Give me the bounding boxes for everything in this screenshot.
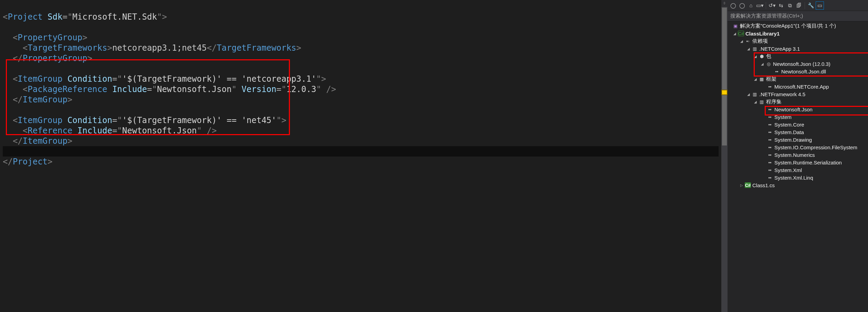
properties-icon[interactable]: 🔧 <box>807 1 815 10</box>
angle-open: < <box>3 12 8 22</box>
expand-arrow-icon[interactable]: ◢ <box>753 99 758 104</box>
assembly-icon: ▪▪ <box>767 84 773 89</box>
code-editor-pane[interactable]: <Project Sdk="Microsoft.NET.Sdk"> <Prope… <box>0 0 721 312</box>
project-node[interactable]: ◢ C# ClassLibrary1 <box>728 30 868 37</box>
assembly-icon: ▪▪ <box>767 144 773 150</box>
assembly-ref-label: System.Drawing <box>774 137 812 143</box>
propertygroup-open: PropertyGroup <box>18 33 82 42</box>
expand-arrow-icon[interactable]: ◢ <box>739 39 744 43</box>
assembly-ref-node[interactable]: ▪▪ System.Numerics <box>728 151 868 159</box>
collapse-icon[interactable]: ⧉ <box>786 1 794 10</box>
condition2-value: '$(TargetFramework)' == 'net45' <box>122 115 276 125</box>
packagereference-tag: PackageReference <box>28 84 107 94</box>
packages-node[interactable]: ◢ ⬢ 包 <box>728 52 868 60</box>
expand-arrow-icon[interactable]: ◢ <box>732 31 737 36</box>
showall-icon[interactable]: 🗐 <box>795 1 803 10</box>
itemgroup2-close: ItemGroup <box>23 136 67 146</box>
assembly-ref-label: System.Core <box>774 122 804 128</box>
netcore-app-label: Microsoft.NETCore.App <box>774 84 829 90</box>
assembly-icon: ▪▪ <box>767 175 773 180</box>
editor-scrollbar[interactable] <box>721 7 728 312</box>
solution-tree[interactable]: ▣ 解决方案"ConsoleApp1"(1 个项目/共 1 个) ◢ C# Cl… <box>728 21 868 312</box>
assembly-ref-node[interactable]: ▪▪ System.Xml <box>728 166 868 174</box>
condition-attr: Condition <box>67 74 112 84</box>
preview-icon[interactable]: ▭ <box>816 1 824 10</box>
newtonsoft-dll-node[interactable]: ▪▪ Newtonsoft.Json.dll <box>728 68 868 75</box>
expand-arrow-icon[interactable]: ◢ <box>753 77 758 81</box>
assemblies-node[interactable]: ◢ ▥ 程序集 <box>728 98 868 105</box>
assembly-ref-node[interactable]: ▪▪ System.Data <box>728 128 868 136</box>
dll-icon: ▪▪ <box>774 69 780 74</box>
expand-arrow-icon[interactable]: ◢ <box>746 46 751 51</box>
back-icon[interactable]: ◯ <box>729 1 737 10</box>
class1-label: Class1.cs <box>752 182 775 188</box>
home-icon[interactable]: ⌂ <box>747 1 755 10</box>
dependencies-node[interactable]: ◢ ▪▫ 依赖项 <box>728 37 868 45</box>
assembly-ref-label: System.Runtime.Serialization <box>774 160 842 165</box>
netcoreapp-node[interactable]: ◢ ▥ .NETCoreApp 3.1 <box>728 45 868 52</box>
assembly-ref-node[interactable]: ▪▪ System.IO.Compression.FileSystem <box>728 143 868 151</box>
include-attr: Include <box>112 84 147 94</box>
targetframeworks-open: TargetFrameworks <box>28 43 107 53</box>
sync-icon[interactable]: ▭▾ <box>756 1 764 10</box>
project-tag: Project <box>8 12 42 22</box>
csharp-file-icon: C# <box>745 182 751 188</box>
expand-arrow-icon[interactable]: ◢ <box>760 61 765 66</box>
solution-node[interactable]: ▣ 解决方案"ConsoleApp1"(1 个项目/共 1 个) <box>728 22 868 30</box>
assembly-icon: ▪▪ <box>767 152 773 158</box>
assembly-ref-node[interactable]: ▪▪ System.Xml.Linq <box>728 174 868 181</box>
targetframeworks-close: TargetFrameworks <box>217 43 296 53</box>
assembly-icon: ▪▪ <box>767 137 773 142</box>
condition1-value: '$(TargetFramework)' == 'netcoreapp3.1' <box>122 74 316 84</box>
assembly-ref-node[interactable]: ▪▪ System <box>728 113 868 121</box>
assemblies-group-icon: ▥ <box>759 99 765 104</box>
collapse-arrow-icon[interactable]: ▷ <box>739 183 744 188</box>
refresh-icon[interactable]: ⇆ <box>777 1 785 10</box>
newtonsoft-dll-label: Newtonsoft.Json.dll <box>781 69 826 74</box>
project-close: Project <box>13 157 48 167</box>
netcore-app-node[interactable]: ▪▪ Microsoft.NETCore.App <box>728 83 868 90</box>
solution-explorer-pane: ◯ ◯ ⌂ ▭▾ ↺▾ ⇆ ⧉ 🗐 🔧 ▭ 搜索解决方案资源管理器(Ctrl+;… <box>728 0 868 312</box>
assembly-icon: ▪▪ <box>767 122 773 127</box>
code-area[interactable]: <Project Sdk="Microsoft.NET.Sdk"> <Prope… <box>0 0 721 312</box>
framework-node[interactable]: ◢ ▦ 框架 <box>728 75 868 83</box>
version-attr: Version <box>242 84 276 94</box>
propertygroup-close: PropertyGroup <box>23 53 87 63</box>
history-icon[interactable]: ↺▾ <box>768 1 776 10</box>
splitter[interactable]: ⇳ <box>721 0 728 312</box>
itemgroup1-close: ItemGroup <box>23 95 67 104</box>
solution-label: 解决方案"ConsoleApp1"(1 个项目/共 1 个) <box>740 23 836 29</box>
targetframeworks-value: netcoreapp3.1;net45 <box>112 43 207 53</box>
assembly-ref-node[interactable]: ▪▪ System.Drawing <box>728 136 868 143</box>
framework-label: 框架 <box>766 76 776 82</box>
forward-icon[interactable]: ◯ <box>738 1 746 10</box>
netcoreapp-label: .NETCoreApp 3.1 <box>759 46 800 52</box>
newtonsoft-package-label: Newtonsoft.Json (12.0.3) <box>773 61 830 67</box>
splitter-grip-icon[interactable]: ⇳ <box>721 0 728 6</box>
assembly-ref-node[interactable]: ▪▪ System.Runtime.Serialization <box>728 159 868 166</box>
newtonsoft-package-node[interactable]: ◢ ◎ Newtonsoft.Json (12.0.3) <box>728 60 868 68</box>
search-placeholder: 搜索解决方案资源管理器(Ctrl+;) <box>730 13 803 19</box>
expand-arrow-icon[interactable]: ◢ <box>746 92 751 97</box>
class1-node[interactable]: ▷ C# Class1.cs <box>728 181 868 189</box>
cursor-line <box>3 146 719 157</box>
assembly-ref-node[interactable]: ▪▪ System.Core <box>728 121 868 128</box>
sdk-value: Microsoft.NET.Sdk <box>72 12 157 22</box>
assembly-icon: ▪▪ <box>767 114 773 120</box>
search-input[interactable]: 搜索解决方案资源管理器(Ctrl+;) <box>728 11 868 21</box>
framework-icon: ▥ <box>752 91 758 97</box>
scrollbar-thumb[interactable] <box>722 8 727 145</box>
pkgref-include-value: Newtonsoft.Json <box>157 84 232 94</box>
dependencies-icon: ▪▫ <box>745 38 751 44</box>
framework-group-icon: ▦ <box>759 76 765 82</box>
netframework-node[interactable]: ◢ ▥ .NETFramework 4.5 <box>728 90 868 98</box>
csharp-project-icon: C# <box>738 31 744 36</box>
pkgref-version-value: 12.0.3 <box>286 84 316 94</box>
assembly-ref-node[interactable]: ▪▪ Newtonsoft.Json <box>728 105 868 113</box>
assembly-icon: ▪▪ <box>767 160 773 165</box>
condition-attr2: Condition <box>67 115 112 125</box>
itemgroup2-open: ItemGroup <box>18 115 62 125</box>
expand-arrow-icon[interactable]: ◢ <box>753 54 758 59</box>
assembly-icon: ▪▪ <box>767 129 773 135</box>
dependencies-label: 依赖项 <box>752 38 768 44</box>
